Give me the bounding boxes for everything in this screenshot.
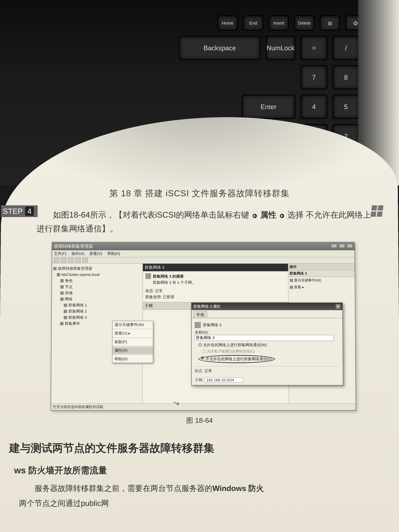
toolbar-help-icon[interactable] [82, 258, 88, 263]
network-icon [64, 310, 67, 313]
ctx-help[interactable]: 帮助(H) [112, 355, 153, 363]
menu-view[interactable]: 查看(V) [89, 251, 102, 256]
network-large-icon [195, 322, 201, 328]
window-title: 故障转移群集管理器 [54, 243, 93, 249]
figure-caption: 图 18-64 [14, 416, 384, 425]
dlg-subnet-value: 192.168.10.0/24 [204, 377, 243, 383]
step-number: 4 [25, 207, 34, 216]
tree-net2[interactable]: 群集网络 2 [53, 308, 141, 314]
actions-header: 操作 [288, 264, 355, 270]
tree-cluster[interactable]: MyCluster.sayms.local [53, 272, 141, 278]
key-menu[interactable]: ▤ [320, 15, 340, 31]
menu-separator [113, 337, 153, 338]
events-icon [60, 322, 63, 325]
radio-deny[interactable]: 不允许在此网络上进行群集网络通信(O) [198, 355, 340, 363]
tree-nodes-label: 节点 [65, 285, 73, 289]
close-button[interactable] [347, 244, 353, 248]
minimize-button[interactable] [331, 244, 337, 248]
section-heading: 建与测试两节点的文件服务器故障转移群集 [9, 441, 385, 455]
radio-allow-label: 允许在此网络上进行群集网络通信(W) [203, 342, 267, 348]
tree-net1[interactable]: 群集网络 1 [53, 302, 141, 308]
context-menu: 显示关键事件(W) 查看(V) ▸ 刷新(F) 属性(R) 帮助(H) [112, 321, 153, 363]
tree-root[interactable]: 故障转移群集管理器 [53, 265, 141, 272]
key-8[interactable]: 8 [332, 65, 359, 89]
actions-show-events[interactable]: 显示关键事件(W) [288, 277, 355, 284]
name-field-label: 名称(N): [195, 330, 340, 335]
key-numlock[interactable]: NumLock [266, 36, 295, 60]
usage-label: 群集使用: [145, 295, 162, 299]
body-text-c: 两个节点之间通过public网 [19, 499, 109, 507]
actions-view-label: 查看 [294, 285, 301, 289]
key-equals[interactable]: = [301, 36, 327, 60]
key-backspace[interactable]: Backspace [179, 36, 261, 60]
toolbar-refresh-icon[interactable] [75, 258, 81, 263]
roles-icon [60, 279, 64, 283]
radio-icon [201, 356, 204, 360]
key-slash[interactable]: / [332, 36, 359, 60]
tree-net1-label: 群集网络 1 [68, 303, 87, 307]
actions-show-label: 显示关键事件(W) [294, 278, 321, 282]
radio-icon [198, 343, 202, 346]
key-insert[interactable]: Insert [269, 15, 289, 31]
ctx-view-label: 查看(V) [114, 331, 127, 335]
name-input[interactable] [195, 335, 334, 341]
tab-general[interactable]: 常规 [193, 311, 207, 318]
checkbox-client: 允许客户端通过此网络连接(C) [203, 349, 340, 354]
menu-separator [112, 355, 153, 355]
network-summary-icon [145, 273, 151, 279]
tree-networks[interactable]: 网络 [53, 296, 141, 302]
maximize-button[interactable] [339, 244, 345, 248]
key-end[interactable]: End [243, 15, 263, 31]
tree-net3-label: 群集网络 3 [68, 315, 87, 319]
status-label: 状态: [145, 289, 154, 293]
key-enter-top[interactable]: Enter [242, 95, 295, 119]
window-titlebar: 故障转移群集管理器 [52, 242, 355, 250]
tree-roles-label: 角色 [65, 279, 73, 283]
tree-roles[interactable]: 角色 [53, 278, 141, 284]
menu-bar: 文件(F) 操作(A) 查看(V) 帮助(H) [52, 250, 355, 257]
status-value: 正常 [155, 289, 163, 293]
checkbox-client-label: 允许客户端通过此网络连接(C) [207, 349, 255, 354]
toolbar-forward-icon[interactable] [61, 258, 66, 263]
toolbar-back-icon[interactable] [54, 258, 59, 263]
tree-storage[interactable]: 存储 [53, 290, 141, 296]
radio-allow[interactable]: 允许在此网络上进行群集网络通信(W) [198, 342, 340, 348]
step-badge: STEP 4 [1, 205, 38, 217]
actions-subheader: 群集网络 3 [288, 270, 355, 277]
cluster-manager-icon [53, 267, 57, 270]
menu-action[interactable]: 操作(A) [71, 251, 84, 256]
properties-dialog: 群集网络 3 属性 ✕ 常规 群集网络 3 名称(N): 允许在此网络上进行群集… [191, 303, 343, 386]
menu-file[interactable]: 文件(F) [54, 251, 66, 256]
key-7[interactable]: 7 [301, 65, 327, 89]
tree-cluster-label: MyCluster.sayms.local [61, 272, 100, 277]
dlg-subnet-label: 子网: [195, 378, 203, 382]
ctx-show-events[interactable]: 显示关键事件(W) [113, 321, 153, 328]
tree-net2-label: 群集网络 2 [68, 309, 87, 313]
view-icon [290, 286, 293, 289]
tree-storage-label: 存储 [65, 291, 72, 295]
ctx-properties[interactable]: 属性(R) [112, 347, 153, 354]
toolbar-up-icon[interactable] [68, 258, 74, 263]
step-label: STEP [3, 207, 23, 215]
menu-help[interactable]: 帮助(H) [107, 251, 120, 256]
key-4[interactable]: 4 [301, 95, 327, 119]
arrow-icon [253, 214, 257, 218]
key-5[interactable]: 5 [332, 95, 359, 119]
tree-net3[interactable]: 群集网络 3 [53, 314, 141, 321]
tree-nodes[interactable]: 节点 [53, 284, 141, 290]
ctx-refresh[interactable]: 刷新(F) [113, 338, 153, 346]
actions-view[interactable]: 查看 ▸ [288, 284, 355, 291]
body-text-b: Windows 防火 [212, 484, 264, 493]
ctx-view[interactable]: 查看(V) ▸ [113, 330, 153, 337]
network-icon [64, 304, 67, 307]
key-delete[interactable]: Delete [294, 15, 315, 31]
para-text-a: 如图18-64所示，【对着代表iSCSI的网络单击鼠标右键 [53, 210, 249, 219]
window-buttons [330, 244, 353, 249]
tree-events-label: 群集事件 [65, 321, 80, 326]
key-home[interactable]: Home [217, 15, 238, 31]
tree-networks-label: 网络 [65, 297, 72, 301]
network-icon [64, 316, 67, 319]
dlg-state-value: 正常 [204, 368, 212, 373]
summary-title: 群集网络 3 的摘要 [153, 274, 184, 279]
dialog-close-button[interactable]: ✕ [336, 304, 341, 309]
